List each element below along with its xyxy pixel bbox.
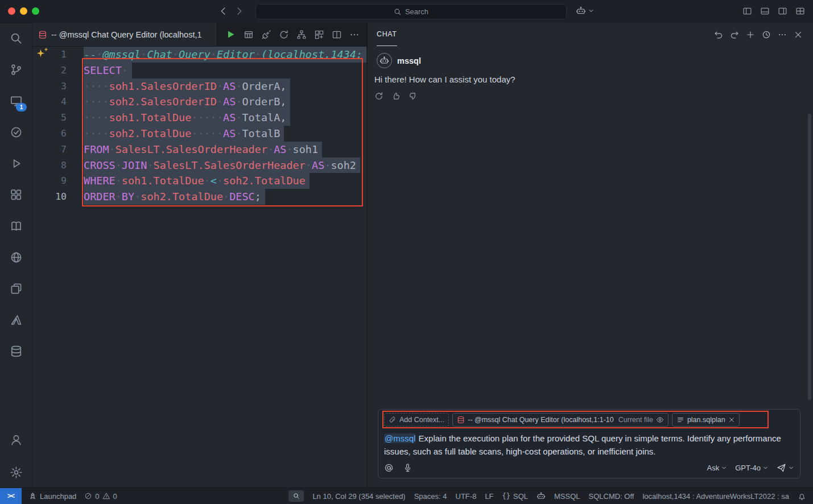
toggle-sidebar-left-icon[interactable] — [742, 6, 752, 16]
activity-remote-explorer[interactable]: 1 — [0, 85, 32, 117]
braces-icon: {} — [502, 492, 510, 500]
minimize-window-button[interactable] — [20, 7, 27, 15]
thumbs-down-icon[interactable] — [408, 92, 418, 101]
activity-account[interactable] — [0, 424, 32, 456]
file-icon — [676, 416, 684, 424]
remote-indicator[interactable]: >< — [0, 488, 22, 504]
disconnect-icon[interactable] — [261, 30, 271, 40]
problems-item[interactable]: 0 0 — [84, 492, 117, 501]
language-mode[interactable]: {} SQL — [502, 492, 528, 501]
window-controls — [8, 7, 39, 15]
tab-chat[interactable]: CHAT — [377, 23, 397, 46]
activity-azure[interactable] — [0, 304, 32, 336]
eye-icon[interactable] — [656, 416, 664, 424]
redo-icon[interactable] — [730, 30, 739, 39]
chat-header: CHAT — [368, 23, 813, 46]
code-line: FROM·SalesLT.SalesOrderHeader·AS·soh1 — [84, 142, 367, 158]
at-icon[interactable] — [384, 463, 394, 473]
toggle-sidebar-right-icon[interactable] — [778, 6, 787, 16]
copilot-menu-button[interactable] — [576, 6, 595, 16]
run-query-icon[interactable] — [225, 29, 236, 40]
chat-input-text[interactable]: @mssql Explain the execution plan for th… — [384, 432, 794, 458]
activity-tasks[interactable] — [0, 117, 32, 148]
vscode-window: Search 1 — [0, 0, 813, 504]
mssql-icon — [10, 345, 23, 358]
launchpad-item[interactable]: Launchpad — [28, 492, 76, 501]
chevron-down-icon — [721, 465, 727, 471]
code-line: CROSS·JOIN·SalesLT.SalesOrderHeader·AS·s… — [84, 158, 367, 173]
chat-message-header: mssql — [374, 53, 802, 68]
model-dropdown[interactable]: GPT-4o — [735, 464, 769, 472]
editor-tab[interactable]: -- @mssql Chat Query Editor (localhost,1 — [32, 23, 217, 46]
book-icon — [10, 220, 23, 233]
back-icon[interactable] — [218, 6, 228, 16]
assistant-message-text: Hi there! How can I assist you today? — [374, 75, 802, 84]
chat-scrollbar[interactable] — [808, 114, 811, 400]
activity-windows[interactable] — [0, 273, 32, 304]
sqlcmd-status[interactable]: SQLCMD: Off — [589, 492, 634, 501]
connection-status[interactable]: localhost,1434 : AdventureWorksLT2022 : … — [642, 492, 789, 501]
activity-mssql[interactable] — [0, 336, 32, 367]
context-chip-sqlplan[interactable]: plan.sqlplan — [672, 413, 740, 427]
customize-layout-icon[interactable] — [795, 6, 805, 16]
line-number: 4 — [32, 94, 67, 110]
cursor-position[interactable]: Ln 10, Col 29 (354 selected) — [312, 492, 405, 501]
activity-source-control[interactable] — [0, 54, 32, 85]
activity-settings[interactable] — [0, 457, 32, 488]
thumbs-up-icon[interactable] — [391, 92, 401, 101]
launchpad-label: Launchpad — [40, 492, 76, 501]
search-icon — [10, 32, 23, 45]
activity-extensions[interactable] — [0, 179, 32, 210]
more-icon[interactable] — [778, 30, 787, 39]
mssql-status[interactable]: MSSQL — [554, 492, 580, 501]
activity-github[interactable] — [0, 242, 32, 273]
check-circle-icon — [10, 126, 23, 139]
mic-icon[interactable] — [403, 463, 412, 473]
toggle-panel-icon[interactable] — [760, 6, 770, 16]
send-icon — [777, 463, 786, 473]
estimated-plan-icon[interactable] — [296, 30, 307, 40]
close-icon[interactable] — [794, 30, 803, 39]
search-icon — [394, 8, 402, 16]
close-icon[interactable] — [728, 416, 735, 423]
account-icon — [10, 433, 23, 447]
chat-message: mssql Hi there! How can I assist you tod… — [368, 46, 813, 101]
code-line: SELECT· — [84, 63, 367, 79]
copilot-status-icon[interactable] — [537, 491, 546, 501]
results-grid-icon[interactable] — [244, 30, 254, 40]
actual-plan-icon[interactable] — [314, 30, 324, 40]
history-icon[interactable] — [762, 30, 771, 39]
add-context-button[interactable]: Add Context... — [384, 413, 449, 427]
activity-run-debug[interactable] — [0, 148, 32, 179]
split-editor-icon[interactable] — [332, 30, 342, 40]
indentation[interactable]: Spaces: 4 — [414, 492, 447, 501]
undo-icon[interactable] — [714, 30, 723, 39]
model-label: GPT-4o — [735, 464, 761, 472]
maximize-window-button[interactable] — [32, 7, 39, 15]
close-window-button[interactable] — [8, 7, 15, 15]
code-line: WHERE·soh1.TotalDue·<·soh2.TotalDue — [84, 173, 367, 189]
activity-search[interactable] — [0, 23, 32, 54]
prompt-text: Explain the execution plan for the provi… — [384, 433, 781, 456]
eol[interactable]: LF — [485, 492, 493, 501]
bell-icon[interactable] — [798, 492, 806, 501]
mention-chip[interactable]: @mssql — [384, 433, 416, 443]
context-chip-current-file[interactable]: -- @mssql Chat Query Editor (localhost,1… — [452, 413, 668, 427]
activity-docs[interactable] — [0, 210, 32, 242]
encoding[interactable]: UTF-8 — [456, 492, 477, 501]
code-editor[interactable]: 12345678910 --·@mssql·Chat·Query·Editor·… — [32, 47, 367, 488]
command-center-search[interactable]: Search — [255, 4, 567, 19]
regenerate-icon[interactable] — [374, 92, 383, 101]
zoom-indicator[interactable] — [288, 490, 304, 502]
context-chip-suffix: Current file — [618, 416, 653, 424]
change-connection-icon[interactable] — [279, 30, 289, 40]
run-debug-icon — [10, 157, 23, 170]
forward-icon[interactable] — [234, 6, 244, 16]
avatar — [377, 53, 392, 68]
send-button[interactable] — [777, 463, 794, 473]
history-nav — [218, 6, 244, 16]
more-actions-icon[interactable] — [349, 30, 360, 40]
mode-dropdown[interactable]: Ask — [707, 464, 728, 472]
new-chat-icon[interactable] — [746, 30, 755, 39]
context-chip-label: -- @mssql Chat Query Editor (localhost,1… — [468, 416, 614, 424]
